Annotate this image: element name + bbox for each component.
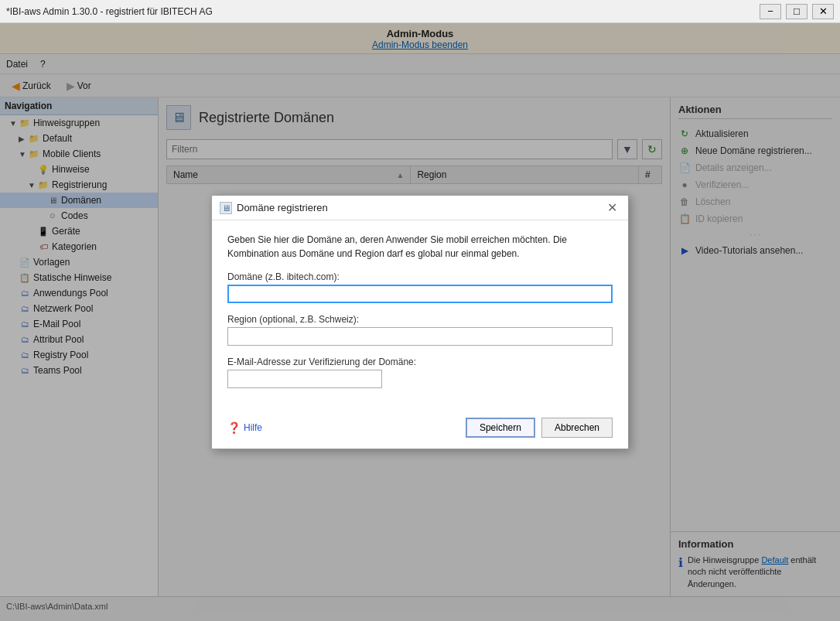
modal-field-domain: Domäne (z.B. ibitech.com): (227, 271, 613, 303)
modal-actions: Speichern Abbrechen (466, 418, 613, 438)
maximize-button[interactable]: □ (786, 4, 808, 19)
modal-titlebar: 🖥 Domäne registrieren ✕ (212, 196, 628, 220)
modal-email-label: E-Mail-Adresse zur Verifizierung der Dom… (227, 357, 613, 367)
modal-field-email: E-Mail-Adresse zur Verifizierung der Dom… (227, 357, 613, 388)
modal-title-icon: 🖥 (220, 202, 232, 214)
modal-dialog: 🖥 Domäne registrieren ✕ Geben Sie hier d… (211, 195, 629, 449)
modal-cancel-button[interactable]: Abbrechen (541, 418, 613, 438)
title-bar-title: *IBI-aws Admin 1.30.0 - registriert für … (6, 6, 213, 17)
modal-field-region: Region (optional, z.B. Schweiz): (227, 314, 613, 346)
modal-title-content: 🖥 Domäne registrieren (220, 202, 328, 214)
modal-region-input[interactable] (227, 327, 613, 346)
modal-region-label: Region (optional, z.B. Schweiz): (227, 314, 613, 325)
modal-email-input[interactable] (227, 370, 382, 388)
title-bar: *IBI-aws Admin 1.30.0 - registriert für … (0, 0, 840, 23)
help-circle-icon: ❓ (227, 421, 241, 434)
modal-save-button[interactable]: Speichern (466, 418, 535, 438)
modal-close-button[interactable]: ✕ (604, 200, 620, 215)
modal-title-text: Domäne registrieren (237, 202, 328, 213)
minimize-button[interactable]: − (760, 4, 781, 19)
modal-domain-label: Domäne (z.B. ibitech.com): (227, 271, 613, 282)
modal-description: Geben Sie hier die Domäne an, deren Anwe… (227, 233, 613, 261)
modal-overlay: 🖥 Domäne registrieren ✕ Geben Sie hier d… (0, 23, 840, 621)
close-button[interactable]: ✕ (812, 4, 834, 19)
modal-domain-input[interactable] (227, 285, 613, 303)
modal-help-link[interactable]: ❓ Hilfe (227, 421, 262, 434)
modal-footer: ❓ Hilfe Speichern Abbrechen (212, 411, 628, 449)
modal-body: Geben Sie hier die Domäne an, deren Anwe… (212, 220, 628, 411)
modal-help-label: Hilfe (244, 422, 262, 433)
title-bar-controls: − □ ✕ (760, 4, 834, 19)
